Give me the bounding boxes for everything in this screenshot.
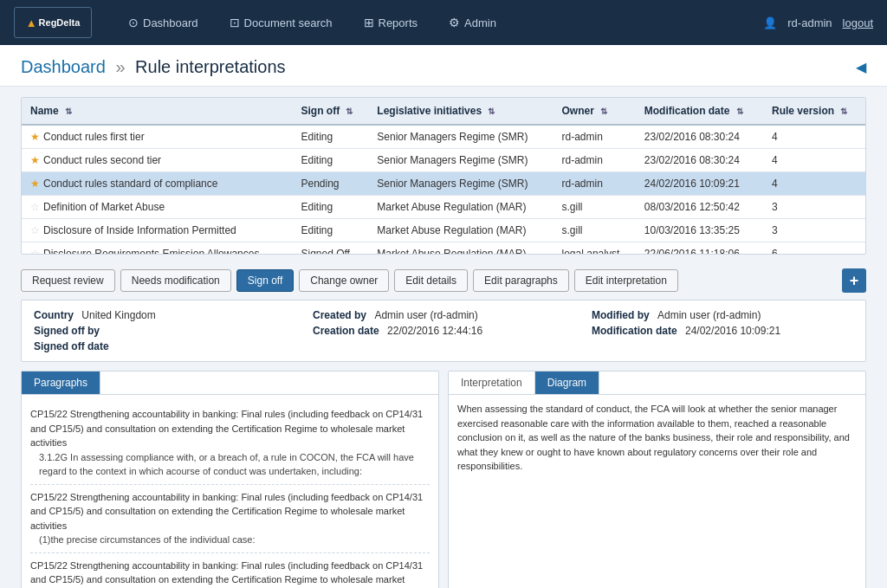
cell-name: ☆Disclosure Requirements Emission Allowa… xyxy=(22,242,292,255)
cell-name: ★Conduct rules standard of compliance xyxy=(22,172,292,196)
brand-logo: ▲ RegDelta xyxy=(14,7,92,38)
paragraph-main: CP15/22 Strengthening accountability in … xyxy=(30,490,430,533)
breadcrumb-root[interactable]: Dashboard xyxy=(21,57,106,76)
col-sign-off[interactable]: Sign off ⇅ xyxy=(292,98,368,125)
col-owner[interactable]: Owner ⇅ xyxy=(554,98,636,125)
needs-modification-button[interactable]: Needs modification xyxy=(120,269,231,292)
cell-ruleversion: 3 xyxy=(763,196,865,219)
paragraph-item: CP15/22 Strengthening accountability in … xyxy=(30,553,430,589)
col-legislative[interactable]: Legislative initiatives ⇅ xyxy=(368,98,553,125)
paragraph-item: CP15/22 Strengthening accountability in … xyxy=(30,485,430,553)
collapse-arrow[interactable]: ◀ xyxy=(856,59,866,75)
dashboard-icon: ⊙ xyxy=(128,16,139,29)
star-filled-icon: ★ xyxy=(30,131,40,143)
paragraphs-body[interactable]: CP15/22 Strengthening accountability in … xyxy=(22,395,438,588)
nav-reports[interactable]: ⊞ Reports xyxy=(352,10,431,35)
cell-legislative: Market Abuse Regulation (MAR) xyxy=(368,242,553,255)
logout-link[interactable]: logout xyxy=(843,16,873,29)
interpretation-body: When assessing the standard of conduct, … xyxy=(449,395,865,588)
cell-owner: rd-admin xyxy=(554,149,636,172)
paragraph-item: CP15/22 Strengthening accountability in … xyxy=(30,402,430,485)
sort-signoff-icon[interactable]: ⇅ xyxy=(346,107,353,116)
detail-panel: Country United Kingdom Created by Admin … xyxy=(21,300,866,362)
cell-signoff: Pending xyxy=(292,172,368,196)
breadcrumb-bar: Dashboard » Rule interpretations ◀ xyxy=(0,45,887,87)
cell-moddate: 24/02/2016 10:09:21 xyxy=(636,172,763,196)
cell-name: ☆Definition of Market Abuse xyxy=(22,196,292,219)
signed-off-date-field: Signed off date xyxy=(34,340,295,352)
request-review-button[interactable]: Request review xyxy=(21,269,115,292)
sort-moddate-icon[interactable]: ⇅ xyxy=(736,107,743,116)
signed-off-by-field: Signed off by xyxy=(34,325,295,337)
edit-details-button[interactable]: Edit details xyxy=(394,269,468,292)
sort-legislative-icon[interactable]: ⇅ xyxy=(488,107,495,116)
navbar: ▲ RegDelta ⊙ Dashboard ⊡ Document search… xyxy=(0,0,887,45)
col-modification-date[interactable]: Modification date ⇅ xyxy=(636,98,763,125)
cell-moddate: 10/03/2016 13:35:25 xyxy=(636,219,763,242)
data-table-wrapper: Name ⇅ Sign off ⇅ Legislative initiative… xyxy=(21,97,866,255)
cell-owner: rd-admin xyxy=(554,125,636,149)
edit-interpretation-button[interactable]: Edit interpretation xyxy=(574,269,678,292)
table-row[interactable]: ☆Definition of Market Abuse Editing Mark… xyxy=(22,196,865,219)
cell-signoff: Editing xyxy=(292,196,368,219)
tab-diagram[interactable]: Diagram xyxy=(535,372,599,394)
main-content: Name ⇅ Sign off ⇅ Legislative initiative… xyxy=(0,87,887,588)
cell-owner: legal.analyst xyxy=(554,242,636,255)
edit-paragraphs-button[interactable]: Edit paragraphs xyxy=(473,269,569,292)
cell-ruleversion: 3 xyxy=(763,219,865,242)
paragraphs-panel: Paragraphs CP15/22 Strengthening account… xyxy=(21,371,439,588)
cell-owner: rd-admin xyxy=(554,172,636,196)
breadcrumb-current: Rule interpretations xyxy=(135,57,285,76)
nav-dashboard[interactable]: ⊙ Dashboard xyxy=(116,10,210,35)
cell-signoff: Editing xyxy=(292,125,368,149)
user-icon: 👤 xyxy=(763,16,777,29)
cell-moddate: 23/02/2016 08:30:24 xyxy=(636,125,763,149)
cell-name: ★Conduct rules first tier xyxy=(22,125,292,149)
sort-owner-icon[interactable]: ⇅ xyxy=(600,107,607,116)
cell-legislative: Senior Managers Regime (SMR) xyxy=(368,149,553,172)
cell-legislative: Market Abuse Regulation (MAR) xyxy=(368,196,553,219)
col-rule-version[interactable]: Rule version ⇅ xyxy=(763,98,865,125)
sort-name-icon[interactable]: ⇅ xyxy=(65,107,72,116)
tab-interpretation[interactable]: Interpretation xyxy=(449,372,535,394)
table-row[interactable]: ★Conduct rules first tier Editing Senior… xyxy=(22,125,865,149)
star-filled-icon: ★ xyxy=(30,154,40,166)
add-button[interactable]: + xyxy=(842,268,866,293)
paragraph-main: CP15/22 Strengthening accountability in … xyxy=(30,559,430,589)
star-empty-icon: ☆ xyxy=(30,224,40,236)
cell-name: ★Conduct rules second tier xyxy=(22,149,292,172)
modified-by-field: Modified by Admin user (rd-admin) xyxy=(592,309,853,321)
cell-owner: s.gill xyxy=(554,196,636,219)
cell-owner: s.gill xyxy=(554,219,636,242)
cell-moddate: 08/03/2016 12:50:42 xyxy=(636,196,763,219)
cell-signoff: Editing xyxy=(292,219,368,242)
cell-moddate: 22/06/2016 11:18:06 xyxy=(636,242,763,255)
document-search-icon: ⊡ xyxy=(230,16,240,29)
cell-ruleversion: 4 xyxy=(763,125,865,149)
creation-date-field: Creation date 22/02/2016 12:44:16 xyxy=(313,325,574,337)
tab-paragraphs[interactable]: Paragraphs xyxy=(22,372,100,394)
paragraph-main: CP15/22 Strengthening accountability in … xyxy=(30,407,430,450)
sort-ruleversion-icon[interactable]: ⇅ xyxy=(840,107,847,116)
username: rd-admin xyxy=(787,16,832,29)
col-name[interactable]: Name ⇅ xyxy=(22,98,292,125)
created-by-field: Created by Admin user (rd-admin) xyxy=(313,309,574,321)
table-row[interactable]: ☆Disclosure of Inside Information Permit… xyxy=(22,219,865,242)
nav-document-search[interactable]: ⊡ Document search xyxy=(217,10,345,35)
paragraphs-tabs: Paragraphs xyxy=(22,372,438,395)
table-row[interactable]: ★Conduct rules second tier Editing Senio… xyxy=(22,149,865,172)
cell-legislative: Senior Managers Regime (SMR) xyxy=(368,125,553,149)
paragraph-sub: 3.1.2G In assessing compliance with, or … xyxy=(30,450,430,479)
paragraph-sub: (1)the precise circumstances of the indi… xyxy=(30,533,430,547)
table-row[interactable]: ★Conduct rules standard of compliance Pe… xyxy=(22,172,865,196)
change-owner-button[interactable]: Change owner xyxy=(299,269,389,292)
modification-date-field: Modification date 24/02/2016 10:09:21 xyxy=(592,325,853,337)
nav-admin[interactable]: ⚙ Admin xyxy=(437,10,508,35)
rule-interpretations-table: Name ⇅ Sign off ⇅ Legislative initiative… xyxy=(22,98,865,254)
table-row[interactable]: ☆Disclosure Requirements Emission Allowa… xyxy=(22,242,865,255)
sign-off-button[interactable]: Sign off xyxy=(236,269,294,292)
star-empty-icon: ☆ xyxy=(30,248,40,254)
action-bar: Request review Needs modification Sign o… xyxy=(21,262,866,300)
table-scroll[interactable]: Name ⇅ Sign off ⇅ Legislative initiative… xyxy=(22,98,865,254)
admin-icon: ⚙ xyxy=(449,16,460,29)
